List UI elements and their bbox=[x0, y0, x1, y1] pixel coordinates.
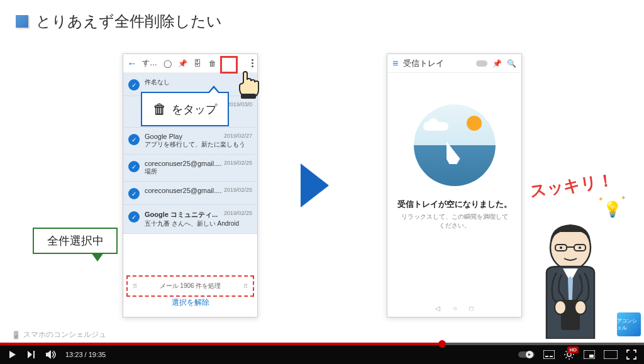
sun-icon bbox=[467, 116, 482, 131]
cloud-icon bbox=[423, 122, 448, 131]
search-icon[interactable]: 🔍 bbox=[507, 59, 516, 68]
arrow-right-icon bbox=[301, 163, 329, 207]
back-arrow-icon[interactable]: ← bbox=[127, 58, 137, 69]
channel-watermark: 📱スマホのコンシェルジュ bbox=[11, 329, 106, 340]
autoplay-toggle[interactable] bbox=[518, 350, 535, 359]
grip-icon: ⠿ bbox=[133, 283, 137, 290]
empty-state-subtitle: リラックスして、この瞬間を満喫してください。 bbox=[387, 210, 521, 233]
svg-rect-17 bbox=[589, 355, 594, 358]
pin-icon[interactable]: 📌 bbox=[492, 59, 502, 68]
svg-point-8 bbox=[555, 301, 566, 314]
miniplayer-button[interactable] bbox=[584, 350, 595, 359]
nav-dots: ◁ ○ □ bbox=[435, 305, 473, 312]
svg-point-6 bbox=[579, 246, 581, 249]
tap-callout: 🗑 をタップ bbox=[141, 92, 229, 126]
circle-icon[interactable]: ◯ bbox=[162, 58, 172, 69]
check-icon: ✓ bbox=[128, 134, 140, 145]
all-selected-callout: 全件選択中 bbox=[33, 228, 118, 254]
svg-rect-14 bbox=[550, 356, 553, 357]
settings-button[interactable]: HD bbox=[564, 349, 575, 360]
back-nav-icon[interactable]: ◁ bbox=[435, 305, 440, 312]
toggle-icon[interactable] bbox=[476, 60, 487, 67]
deselect-button[interactable]: 選択を解除 bbox=[123, 292, 257, 313]
progress-scrubber[interactable] bbox=[438, 340, 446, 348]
archive-icon[interactable]: 🗄 bbox=[192, 58, 203, 69]
play-button[interactable] bbox=[8, 350, 18, 360]
trash-icon: 🗑 bbox=[153, 101, 167, 118]
video-progress-bar[interactable] bbox=[0, 343, 644, 345]
selection-count: す… bbox=[142, 58, 157, 69]
quality-badge: HD bbox=[567, 346, 579, 353]
empty-inbox-illustration bbox=[414, 104, 496, 186]
trash-icon[interactable]: 🗑 bbox=[208, 58, 218, 69]
slide-title-row: とりあえず全件削除したい bbox=[16, 11, 222, 31]
grip-icon: ⠿ bbox=[243, 283, 248, 290]
home-nav-icon[interactable]: ○ bbox=[453, 305, 457, 312]
check-icon: ✓ bbox=[128, 79, 140, 91]
fullscreen-button[interactable] bbox=[626, 350, 636, 360]
list-item[interactable]: ✓ Google コミュニティ... 五十九番 さんへ、新しい Android … bbox=[123, 205, 257, 234]
svg-rect-18 bbox=[604, 350, 618, 359]
time-display: 13:23 / 19:35 bbox=[65, 351, 106, 358]
volume-button[interactable] bbox=[45, 350, 57, 360]
video-content: とりあえず全件削除したい ← す… ◯ 📌 🗄 🗑 ✓ 件名なし ✓ bbox=[0, 0, 644, 343]
captions-button[interactable] bbox=[543, 350, 555, 359]
svg-rect-0 bbox=[241, 94, 256, 99]
svg-rect-12 bbox=[543, 350, 555, 359]
next-button[interactable] bbox=[26, 350, 36, 360]
svg-point-9 bbox=[575, 301, 586, 314]
title-bullet-icon bbox=[16, 15, 28, 28]
businessman-illustration: 💡 ✦ ✦ bbox=[521, 213, 619, 339]
player-controls: 13:23 / 19:35 HD bbox=[0, 345, 644, 364]
progress-fill bbox=[0, 343, 442, 345]
pin-icon[interactable]: 📌 bbox=[177, 58, 187, 69]
phone-mock-right: ≡ 受信トレイ 📌 🔍 受信トレイが空になりました。 リラックスして、この瞬間を… bbox=[387, 53, 522, 317]
phone-mock-left: ← す… ◯ 📌 🗄 🗑 ✓ 件名なし ✓ こそ 2019/03 bbox=[123, 53, 258, 317]
hamburger-menu-icon[interactable]: ≡ bbox=[392, 58, 398, 69]
check-icon: ✓ bbox=[128, 161, 140, 172]
boat-icon bbox=[447, 141, 463, 164]
pointer-hand-icon bbox=[235, 70, 262, 100]
svg-rect-13 bbox=[545, 356, 548, 357]
overflow-menu-icon[interactable] bbox=[252, 59, 253, 67]
lightbulb-icon: 💡 ✦ ✦ bbox=[603, 201, 622, 218]
check-icon: ✓ bbox=[128, 211, 140, 223]
empty-state-title: 受信トレイが空になりました。 bbox=[387, 199, 521, 210]
list-item[interactable]: ✓ coreconuser25@gmail.... 2019/02/25 bbox=[123, 182, 257, 205]
inbox-title: 受信トレイ bbox=[403, 58, 471, 69]
svg-point-5 bbox=[560, 246, 562, 249]
phone-toolbar: ≡ 受信トレイ 📌 🔍 bbox=[387, 54, 521, 73]
page-title: とりあえず全件削除したい bbox=[36, 11, 222, 31]
recent-nav-icon[interactable]: □ bbox=[470, 305, 474, 312]
list-item[interactable]: ✓ coreconuser25@gmail.... 場所 2019/02/25 bbox=[123, 155, 257, 182]
list-item[interactable]: ✓ Google Play アプリを移行して、新たに楽しもう 2019/02/2… bbox=[123, 128, 257, 155]
theater-button[interactable] bbox=[604, 350, 618, 359]
logo-badge: アコンシェル bbox=[617, 312, 641, 336]
check-icon: ✓ bbox=[128, 188, 140, 199]
